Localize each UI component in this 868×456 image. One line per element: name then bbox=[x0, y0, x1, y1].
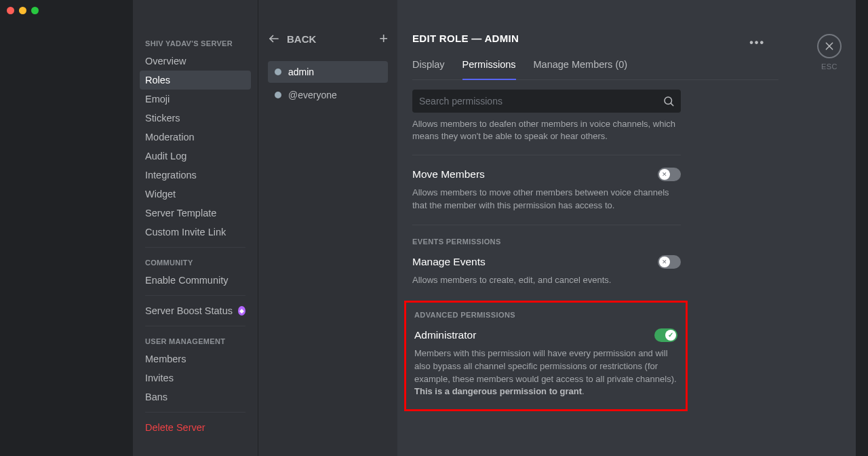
section-heading-events: EVENTS PERMISSIONS bbox=[412, 238, 681, 246]
tabs: Display Permissions Manage Members (0) bbox=[412, 59, 778, 80]
perm-title: Manage Events bbox=[412, 256, 486, 268]
sidebar-item-widget[interactable]: Widget bbox=[140, 185, 251, 204]
divider bbox=[145, 247, 245, 248]
role-name: admin bbox=[288, 66, 314, 77]
back-button[interactable]: BACK bbox=[268, 33, 316, 45]
search-input[interactable] bbox=[412, 90, 681, 113]
sidebar-item-moderation[interactable]: Moderation bbox=[140, 128, 251, 147]
settings-sidebar: SHIV YADAV'S SERVER Overview Roles Emoji… bbox=[133, 0, 258, 456]
boost-label: Server Boost Status bbox=[145, 305, 233, 316]
perm-title: Move Members bbox=[412, 168, 485, 180]
toggle-manage-events[interactable] bbox=[658, 255, 681, 269]
toggle-move-members[interactable] bbox=[658, 168, 681, 181]
arrow-left-icon bbox=[268, 33, 280, 45]
admin-desc-warning: This is a dangerous permission to grant bbox=[414, 386, 582, 396]
close-icon bbox=[824, 41, 835, 52]
divider bbox=[145, 295, 245, 296]
perm-manage-events-row: Manage Events bbox=[412, 255, 681, 269]
back-label: BACK bbox=[287, 33, 316, 45]
role-item-admin[interactable]: admin bbox=[268, 61, 388, 83]
perm-desc: Allows members to create, edit, and canc… bbox=[412, 274, 681, 287]
highlight-annotation: ADVANCED PERMISSIONS Administrator Membe… bbox=[404, 301, 688, 411]
sidebar-item-server-template[interactable]: Server Template bbox=[140, 204, 251, 223]
admin-desc-text: Members with this permission will have e… bbox=[414, 348, 677, 384]
sidebar-item-emoji[interactable]: Emoji bbox=[140, 90, 251, 109]
perm-desc: Members with this permission will have e… bbox=[414, 347, 677, 398]
close-button[interactable] bbox=[817, 34, 842, 58]
user-mgmt-heading: USER MANAGEMENT bbox=[140, 332, 251, 349]
server-heading: SHIV YADAV'S SERVER bbox=[140, 34, 251, 52]
close-column: ESC bbox=[803, 0, 856, 456]
maximize-window-dot[interactable] bbox=[31, 7, 39, 14]
toggle-administrator[interactable] bbox=[654, 328, 677, 342]
perm-administrator-row: Administrator bbox=[414, 328, 677, 342]
tab-manage-members[interactable]: Manage Members (0) bbox=[534, 59, 628, 79]
sidebar-item-server-boost[interactable]: Server Boost Status ◆ bbox=[140, 301, 251, 320]
permissions-list: Allows members to deafen other members i… bbox=[412, 118, 681, 411]
esc-label: ESC bbox=[821, 62, 837, 71]
search-icon bbox=[663, 95, 675, 107]
tab-display[interactable]: Display bbox=[412, 59, 445, 79]
close-window-dot[interactable] bbox=[7, 7, 14, 14]
perm-desc: Allows members to move other members bet… bbox=[412, 187, 681, 212]
search-wrap bbox=[412, 90, 681, 113]
sidebar-item-audit-log[interactable]: Audit Log bbox=[140, 147, 251, 166]
boost-icon: ◆ bbox=[238, 306, 245, 316]
sidebar-item-custom-invite[interactable]: Custom Invite Link bbox=[140, 223, 251, 242]
left-gutter bbox=[0, 0, 133, 456]
right-gutter bbox=[856, 0, 868, 456]
role-color-dot bbox=[275, 92, 281, 98]
perm-move-members-row: Move Members bbox=[412, 168, 681, 181]
sidebar-item-bans[interactable]: Bans bbox=[140, 387, 251, 406]
divider bbox=[412, 155, 681, 155]
sidebar-item-invites[interactable]: Invites bbox=[140, 368, 251, 387]
add-role-button[interactable]: + bbox=[379, 31, 388, 46]
sidebar-item-delete-server[interactable]: Delete Server bbox=[140, 418, 251, 437]
section-heading-advanced: ADVANCED PERMISSIONS bbox=[414, 311, 677, 319]
sidebar-item-integrations[interactable]: Integrations bbox=[140, 166, 251, 185]
page-title: EDIT ROLE — ADMIN bbox=[412, 33, 778, 44]
more-options-button[interactable]: ••• bbox=[749, 37, 765, 49]
roles-column: BACK + admin @everyone bbox=[258, 0, 397, 456]
community-heading: COMMUNITY bbox=[140, 253, 251, 271]
sidebar-item-roles[interactable]: Roles bbox=[140, 71, 251, 90]
main-content: EDIT ROLE — ADMIN ••• Display Permission… bbox=[397, 0, 803, 456]
divider bbox=[412, 225, 681, 225]
sidebar-item-enable-community[interactable]: Enable Community bbox=[140, 271, 251, 290]
sidebar-item-overview[interactable]: Overview bbox=[140, 52, 251, 71]
minimize-window-dot[interactable] bbox=[19, 7, 26, 14]
divider bbox=[145, 326, 245, 326]
role-item-everyone[interactable]: @everyone bbox=[268, 84, 388, 106]
sidebar-item-members[interactable]: Members bbox=[140, 349, 251, 368]
svg-line-2 bbox=[671, 103, 673, 105]
perm-desc-cutoff: Allows members to deafen other members i… bbox=[412, 118, 681, 142]
role-color-dot bbox=[275, 69, 281, 75]
window-traffic-lights bbox=[7, 7, 39, 14]
role-name: @everyone bbox=[288, 90, 337, 100]
sidebar-item-stickers[interactable]: Stickers bbox=[140, 109, 251, 128]
tab-permissions[interactable]: Permissions bbox=[462, 59, 516, 79]
divider bbox=[145, 412, 245, 413]
perm-title: Administrator bbox=[414, 329, 476, 341]
